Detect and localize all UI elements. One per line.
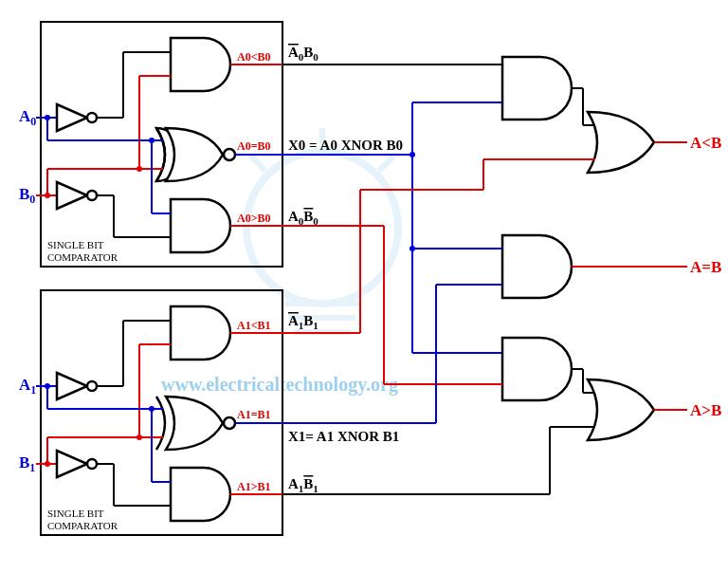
svg-point-38 bbox=[45, 461, 50, 467]
or-gate-gtb bbox=[588, 379, 654, 440]
top-lt-label: A0<B0 bbox=[237, 50, 271, 64]
input-a0-label: A0 bbox=[19, 107, 36, 128]
bot-box-label-2: COMPARATOR bbox=[47, 520, 118, 531]
and-gate-eq bbox=[502, 235, 572, 298]
and-gate-ltb-upper bbox=[502, 57, 572, 120]
watermark-bulb bbox=[246, 128, 398, 332]
svg-point-22 bbox=[149, 138, 155, 143]
xnor-gate-top bbox=[156, 128, 235, 181]
input-b1-label: B1 bbox=[19, 453, 35, 474]
output-eq-label: A=B bbox=[690, 258, 721, 276]
watermark-text: www.electricaltechnology.org bbox=[161, 374, 398, 396]
svg-point-17 bbox=[45, 115, 50, 120]
bot-lt-label: A1<B1 bbox=[237, 319, 271, 332]
input-b0-label: B0 bbox=[19, 185, 35, 206]
svg-point-64 bbox=[410, 246, 415, 251]
svg-point-0 bbox=[246, 152, 398, 304]
svg-point-50 bbox=[149, 406, 155, 412]
xnor-gate-bot bbox=[156, 397, 235, 450]
svg-point-30 bbox=[87, 381, 97, 391]
svg-point-43 bbox=[136, 434, 142, 440]
svg-point-32 bbox=[87, 459, 97, 469]
and-gate-top-gt bbox=[171, 199, 230, 252]
and-gate-gtb-upper bbox=[502, 338, 572, 400]
top-eq-label: A0=B0 bbox=[237, 139, 271, 153]
top-eq-term: X0 = A0 XNOR B0 bbox=[288, 138, 403, 153]
bot-gt-label: A1>B1 bbox=[237, 480, 271, 493]
bot-gt-term: A1B1 bbox=[288, 476, 318, 494]
top-box-label-2: COMPARATOR bbox=[47, 251, 118, 263]
svg-point-15 bbox=[136, 166, 142, 172]
or-gate-ltb bbox=[588, 112, 654, 173]
bot-eq-label: A1=B1 bbox=[237, 408, 271, 421]
svg-point-4 bbox=[87, 191, 97, 200]
svg-point-10 bbox=[45, 193, 50, 198]
comparator-diagram: www.electricaltechnology.org SINGLE BIT … bbox=[0, 0, 728, 573]
input-a1-label: A1 bbox=[19, 376, 36, 397]
svg-point-2 bbox=[87, 113, 97, 122]
svg-point-62 bbox=[410, 152, 415, 157]
output-lt-label: A<B bbox=[690, 134, 721, 152]
bot-box-label-1: SINGLE BIT bbox=[47, 508, 104, 519]
svg-point-5 bbox=[224, 149, 235, 160]
svg-point-33 bbox=[224, 417, 235, 429]
svg-point-45 bbox=[45, 383, 50, 389]
top-lt-term: A0B0 bbox=[288, 45, 318, 63]
top-gt-label: A0>B0 bbox=[237, 212, 271, 225]
and-gate-top-lt bbox=[171, 38, 230, 91]
bot-eq-term: X1= A1 XNOR B1 bbox=[288, 429, 399, 444]
top-gt-term: A0B0 bbox=[288, 209, 318, 227]
top-box-label-1: SINGLE BIT bbox=[47, 239, 104, 250]
output-gt-label: A>B bbox=[690, 401, 721, 419]
